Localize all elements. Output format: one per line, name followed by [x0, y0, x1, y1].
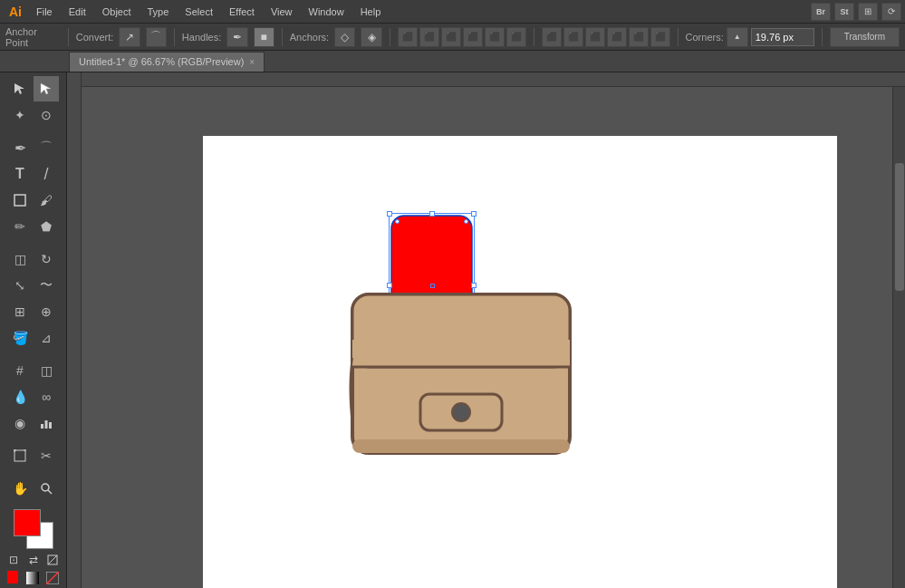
- tool-row-12: 💧 ∞: [7, 384, 59, 410]
- menu-effect[interactable]: Effect: [222, 5, 262, 19]
- hand-tool[interactable]: ✋: [7, 476, 33, 501]
- mesh-tool[interactable]: #: [7, 358, 33, 383]
- magic-wand-tool[interactable]: ✦: [7, 102, 33, 128]
- rotate-tool[interactable]: ↻: [34, 246, 59, 272]
- color-mode-solid[interactable]: [7, 571, 18, 583]
- corners-value-input[interactable]: 19.76 px: [751, 28, 814, 46]
- default-colors-icon[interactable]: ⊡: [7, 553, 20, 567]
- live-paint-tool[interactable]: 🪣: [7, 325, 33, 351]
- perspective-tool[interactable]: ⊿: [34, 325, 59, 351]
- scale-tool[interactable]: ⤡: [7, 273, 33, 298]
- anchors-btn[interactable]: ◇: [334, 27, 355, 47]
- vertical-scrollbar-thumb[interactable]: [895, 163, 904, 291]
- gradient-tool[interactable]: ◫: [34, 358, 59, 383]
- paintbrush-tool[interactable]: 🖌: [34, 188, 59, 213]
- tool-row-8: ⤡ 〜: [7, 273, 59, 298]
- wallet-group: [348, 213, 574, 462]
- distribute-left-btn[interactable]: ⬛: [542, 27, 562, 47]
- rect-tool[interactable]: [7, 188, 33, 213]
- tab-label: Untitled-1* @ 66.67% (RGB/Preview): [79, 56, 244, 67]
- menu-bar: Ai File Edit Object Type Select Effect V…: [0, 0, 905, 24]
- svg-rect-2: [45, 420, 48, 429]
- line-tool[interactable]: /: [34, 161, 59, 187]
- svg-line-9: [48, 490, 52, 494]
- slice-tool[interactable]: ✂: [34, 443, 59, 468]
- align-center-btn[interactable]: ⬛: [419, 27, 439, 47]
- handles-btn[interactable]: ✒: [226, 27, 247, 47]
- vertical-scrollbar[interactable]: [892, 87, 905, 588]
- graph-tool[interactable]: [34, 410, 59, 436]
- eyedropper-tool[interactable]: 💧: [7, 384, 33, 410]
- distribute-bottom-btn[interactable]: ⬛: [650, 27, 670, 47]
- tool-row-9: ⊞ ⊕: [7, 299, 59, 324]
- tool-row-7: ◫ ↻: [7, 246, 59, 272]
- align-top-btn[interactable]: ⬛: [463, 27, 483, 47]
- bridge-icon-btn[interactable]: Br: [811, 3, 831, 21]
- menu-view[interactable]: View: [264, 5, 300, 19]
- anchors2-btn[interactable]: ◈: [361, 27, 381, 47]
- distribute-top-btn[interactable]: ⬛: [607, 27, 627, 47]
- menu-type[interactable]: Type: [140, 5, 177, 19]
- symbol-sprayer-tool[interactable]: ◉: [7, 410, 33, 436]
- tool-row-2: ✦ ⊙: [7, 102, 59, 128]
- tab-close-btn[interactable]: ×: [249, 57, 255, 67]
- direct-select-tool[interactable]: [34, 76, 59, 101]
- select-tool[interactable]: [7, 76, 33, 101]
- color-mode-gradient[interactable]: [25, 571, 38, 585]
- swap-colors-icon[interactable]: ⇄: [27, 553, 40, 567]
- tool-row-4: T /: [7, 161, 59, 187]
- none-color-icon[interactable]: [46, 553, 59, 567]
- zoom-tool[interactable]: [34, 476, 59, 501]
- align-bottom-btn[interactable]: ⬛: [506, 27, 526, 47]
- distribute-center-btn[interactable]: ⬛: [563, 27, 583, 47]
- menu-file[interactable]: File: [29, 5, 60, 19]
- canvas-area[interactable]: [67, 72, 905, 588]
- align-left-btn[interactable]: ⬛: [398, 27, 418, 47]
- distribute-middle-btn[interactable]: ⬛: [629, 27, 649, 47]
- menu-object[interactable]: Object: [95, 5, 139, 19]
- pencil-tool[interactable]: ✏: [7, 214, 33, 239]
- svg-line-14: [46, 572, 59, 584]
- sync-icon-btn[interactable]: ⟳: [881, 3, 901, 21]
- svg-rect-1: [41, 424, 43, 429]
- align-group: ⬛ ⬛ ⬛ ⬛ ⬛ ⬛: [398, 27, 526, 47]
- stock-icon-btn[interactable]: St: [834, 3, 854, 21]
- horizontal-ruler: [67, 72, 905, 87]
- color-mode-none[interactable]: [46, 571, 59, 585]
- pen-tool[interactable]: ✒: [7, 135, 33, 160]
- menu-help[interactable]: Help: [353, 5, 389, 19]
- corners-up-btn[interactable]: ▲: [727, 27, 748, 47]
- main-layout: ✦ ⊙ ✒ ⌒ T / 🖌 ✏ ⬟ ◫ ↻ ⤡ 〜: [0, 72, 905, 588]
- shape-builder-tool[interactable]: ⊕: [34, 299, 59, 324]
- free-transform-tool[interactable]: ⊞: [7, 299, 33, 324]
- align-middle-btn[interactable]: ⬛: [485, 27, 505, 47]
- blend-tool[interactable]: ∞: [34, 384, 59, 410]
- handles-square-btn[interactable]: ■: [254, 27, 274, 47]
- transform-icon-btn[interactable]: Transform: [830, 27, 900, 47]
- document-tab[interactable]: Untitled-1* @ 66.67% (RGB/Preview) ×: [69, 52, 265, 72]
- convert-corner-btn[interactable]: ↗: [119, 27, 140, 47]
- tool-row-15: ✋: [7, 476, 59, 501]
- artboard-tool[interactable]: [7, 443, 33, 468]
- menu-window[interactable]: Window: [302, 5, 351, 19]
- grid-icon-btn[interactable]: ⊞: [858, 3, 878, 21]
- color-mini-icons: ⊡ ⇄: [7, 553, 59, 567]
- menu-select[interactable]: Select: [178, 5, 220, 19]
- distribute-right-btn[interactable]: ⬛: [585, 27, 605, 47]
- lasso-tool[interactable]: ⊙: [34, 102, 59, 128]
- left-toolbar: ✦ ⊙ ✒ ⌒ T / 🖌 ✏ ⬟ ◫ ↻ ⤡ 〜: [0, 72, 67, 588]
- convert-smooth-btn[interactable]: ⌒: [146, 27, 167, 47]
- svg-rect-0: [14, 195, 25, 206]
- curvature-tool[interactable]: ⌒: [34, 135, 59, 160]
- divider-2: [174, 28, 175, 46]
- tool-row-1: [7, 76, 59, 101]
- shaper-tool[interactable]: ⬟: [34, 214, 59, 239]
- menu-edit[interactable]: Edit: [62, 5, 93, 19]
- type-tool[interactable]: T: [7, 161, 33, 187]
- foreground-color-swatch[interactable]: [14, 509, 41, 536]
- warp-tool[interactable]: 〜: [34, 273, 59, 298]
- eraser-tool[interactable]: ◫: [7, 246, 33, 272]
- tool-row-13: ◉: [7, 410, 59, 436]
- color-mode-icons: [7, 571, 59, 585]
- align-right-btn[interactable]: ⬛: [441, 27, 461, 47]
